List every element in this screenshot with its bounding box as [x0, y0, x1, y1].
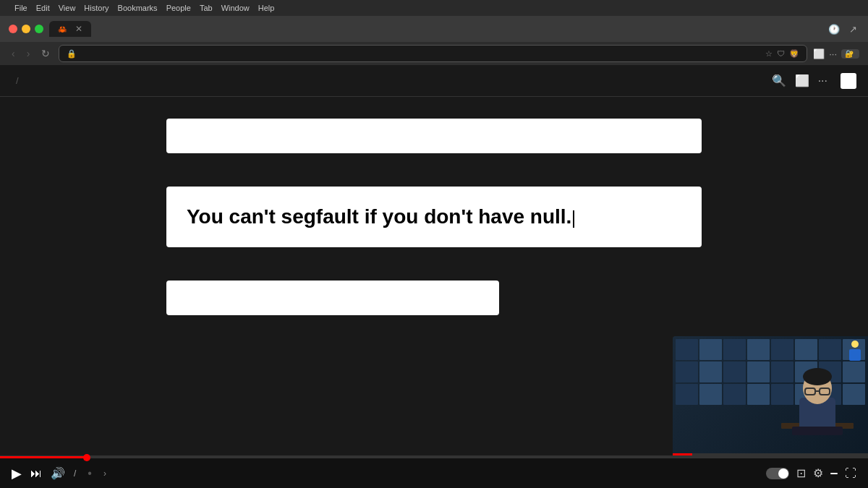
next-button[interactable]: ⏭ [30, 467, 42, 480]
foam-cell [723, 339, 746, 360]
vpn-icon: 🔐 [845, 50, 854, 58]
foam-cell [676, 384, 698, 405]
menu-bookmarks[interactable]: Bookmarks [118, 4, 158, 12]
duplicate-icon[interactable]: ⬜ [795, 74, 809, 87]
more-icon[interactable]: ··· [818, 74, 827, 87]
time-dot-sep: • [85, 467, 95, 480]
player-right-controls: ⊡ ⚙ ⛶ [766, 466, 856, 480]
foam-cell [747, 384, 770, 405]
foam-cell [699, 384, 722, 405]
phrase3-label [166, 265, 702, 273]
url-bar[interactable]: 🔒 ☆ 🛡 🦁 [59, 45, 807, 62]
tab-close-button[interactable]: ✕ [75, 24, 82, 34]
svg-rect-7 [792, 427, 843, 435]
extensions-icon[interactable]: ⬜ [813, 48, 825, 59]
foam-cell [747, 339, 770, 360]
menu-file[interactable]: File [14, 4, 27, 12]
foam-cell [747, 361, 770, 382]
address-bar: ‹ › ↻ 🔒 ☆ 🛡 🦁 ⬜ ··· 🔐 [0, 42, 868, 65]
foam-cell [676, 339, 698, 360]
main-content: You can't segfault if you don't have nul… [0, 97, 868, 455]
extension-icon[interactable]: 🛡 [777, 49, 785, 58]
phrase1-card [166, 119, 702, 153]
hd-badge[interactable] [830, 473, 838, 474]
lock-icon: 🔒 [67, 49, 77, 59]
breadcrumb-separator: / [16, 75, 19, 86]
video-overlay [673, 336, 868, 455]
menu-view[interactable]: View [59, 4, 76, 12]
address-right: ⬜ ··· 🔐 [813, 48, 859, 59]
back-button[interactable]: ‹ [9, 46, 18, 61]
vpn-badge[interactable]: 🔐 [841, 49, 859, 59]
text-cursor [573, 210, 574, 228]
video-overlay-progress [673, 453, 868, 455]
title-bar-icons: 🕐 ↗ [827, 22, 859, 35]
presenter-video [781, 351, 854, 455]
progress-dot [83, 454, 90, 461]
minimize-button[interactable] [22, 25, 30, 33]
video-inner [673, 336, 868, 455]
maximize-button[interactable] [35, 25, 43, 33]
menu-edit[interactable]: Edit [36, 4, 50, 12]
bookmark-icon[interactable]: ☆ [765, 49, 773, 59]
menu-window[interactable]: Window [221, 4, 250, 12]
foam-cell [699, 339, 722, 360]
settings-icon[interactable]: ⚙ [813, 466, 823, 480]
history-icon[interactable]: 🕐 [827, 22, 841, 35]
menubar-left: File Edit View History Bookmarks People … [6, 4, 854, 12]
progress-bar[interactable] [0, 456, 868, 458]
phrase1-label [166, 103, 702, 111]
refresh-button[interactable]: ↻ [38, 46, 53, 61]
share-icon[interactable]: ↗ [846, 22, 859, 35]
notion-logo [841, 73, 856, 89]
traffic-lights [9, 25, 43, 33]
player-time: / [74, 468, 76, 479]
menu-dots-icon[interactable]: ··· [829, 48, 837, 59]
phrase2-section: You can't segfault if you don't have nul… [166, 171, 702, 247]
foam-cell [676, 361, 698, 382]
player-chapter: › [103, 468, 106, 479]
tab-favicon: 🦀 [58, 25, 67, 33]
foam-cell [723, 384, 746, 405]
menu-people[interactable]: People [166, 4, 191, 12]
phrase3-card [166, 281, 499, 315]
content-inner: You can't segfault if you don't have nul… [109, 103, 760, 315]
volume-button[interactable]: 🔊 [51, 466, 65, 480]
built-with-notion [836, 73, 856, 89]
tab-bar: 🦀 ✕ [49, 21, 822, 37]
fullscreen-icon[interactable]: ⛶ [845, 467, 856, 480]
progress-fill [0, 456, 87, 458]
phrase3-section [166, 265, 702, 315]
url-right-icons: ☆ 🛡 🦁 [765, 49, 799, 59]
menu-help[interactable]: Help [258, 4, 275, 12]
toggle-container [766, 468, 789, 479]
video-overlay-progress-fill [673, 453, 692, 455]
brave-icon[interactable]: 🦁 [789, 49, 799, 59]
menu-history[interactable]: History [84, 4, 109, 12]
breadcrumb: / [12, 75, 772, 86]
foam-cell [699, 361, 722, 382]
toggle-switch[interactable] [766, 468, 789, 479]
foam-cell [723, 361, 746, 382]
close-button[interactable] [9, 25, 17, 33]
search-icon[interactable]: 🔍 [772, 74, 786, 87]
notion-toolbar: / 🔍 ⬜ ··· [0, 65, 868, 97]
phrase2-label [166, 171, 702, 179]
phrase2-card: You can't segfault if you don't have nul… [166, 187, 702, 247]
forward-button[interactable]: › [24, 46, 33, 61]
player-bar[interactable]: ▶ ⏭ 🔊 / • › ⊡ ⚙ ⛶ [0, 455, 868, 488]
subtitles-icon[interactable]: ⊡ [796, 466, 806, 480]
menubar: File Edit View History Bookmarks People … [0, 0, 868, 16]
notion-toolbar-right: 🔍 ⬜ ··· [772, 73, 856, 89]
svg-point-3 [803, 368, 832, 385]
play-button[interactable]: ▶ [12, 466, 22, 481]
phrase2-text: You can't segfault if you don't have nul… [187, 204, 681, 230]
toy-figure [848, 341, 862, 362]
phrase1-section [166, 103, 702, 153]
title-bar: 🦀 ✕ 🕐 ↗ [0, 16, 868, 42]
browser-tab[interactable]: 🦀 ✕ [49, 21, 91, 37]
menu-tab[interactable]: Tab [200, 4, 213, 12]
